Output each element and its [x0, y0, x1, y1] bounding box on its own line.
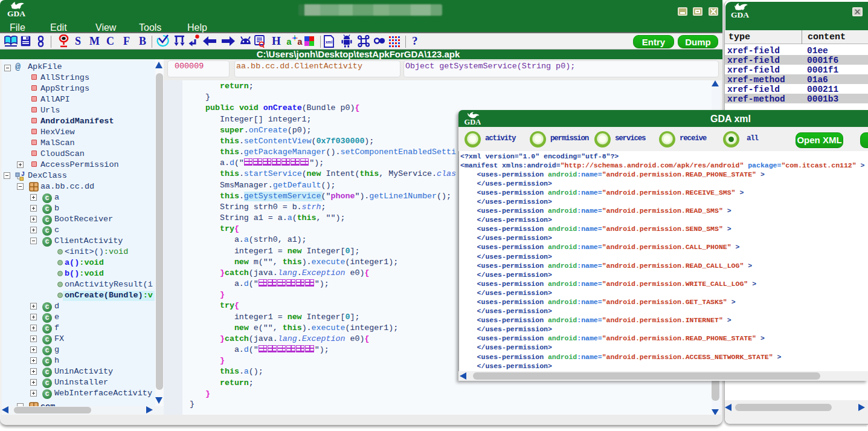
svg-text:J: J	[21, 171, 25, 178]
svg-text:xml: xml	[326, 40, 332, 44]
svg-text:GDA: GDA	[465, 118, 481, 126]
svg-text:GDA: GDA	[731, 10, 749, 19]
